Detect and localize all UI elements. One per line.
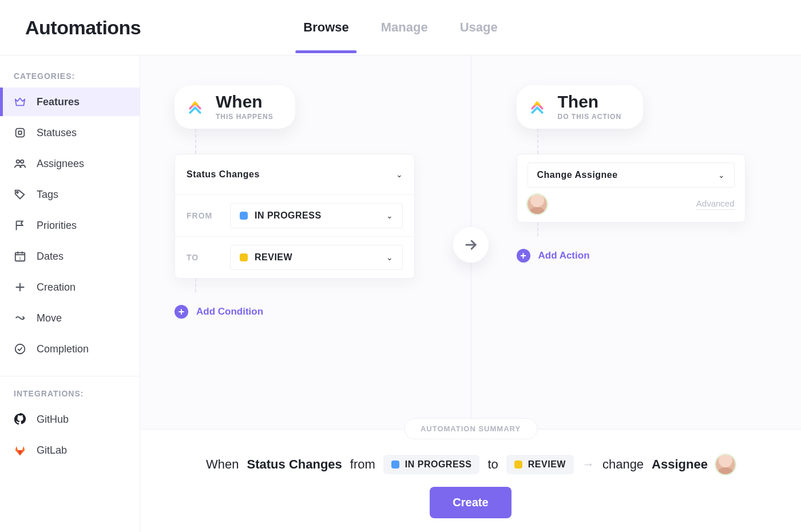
sidebar-integrations-label: INTEGRATIONS: [0, 389, 140, 403]
summary-when-word: When [206, 457, 239, 472]
sidebar-item-label: Move [37, 312, 62, 324]
svg-point-7 [15, 344, 25, 354]
when-subheading: THIS HAPPENS [216, 113, 273, 121]
then-heading: Then [558, 93, 622, 110]
connector-line [195, 279, 196, 292]
sidebar-item-label: Dates [37, 251, 64, 263]
sidebar-item-creation[interactable]: Creation [0, 273, 140, 301]
sidebar-item-dates[interactable]: 1 Dates [0, 242, 140, 271]
when-heading: When [216, 93, 273, 110]
tag-icon [14, 188, 26, 201]
status-color-dot [240, 212, 248, 220]
add-condition-label: Add Condition [196, 306, 263, 317]
add-action-label: Add Action [538, 250, 590, 261]
page-title: Automations [25, 17, 141, 39]
sidebar-item-label: Creation [37, 281, 76, 293]
gitlab-icon [14, 444, 26, 456]
sidebar-item-label: GitHub [37, 414, 69, 426]
tab-manage[interactable]: Manage [381, 2, 428, 53]
sidebar-item-move[interactable]: Move [0, 304, 140, 332]
to-status-label: REVIEW [255, 252, 292, 263]
people-icon [14, 157, 26, 170]
sidebar-item-statuses[interactable]: Statuses [0, 118, 140, 147]
sidebar-divider [0, 376, 140, 376]
summary-sentence: When Status Changes from IN PROGRESS to … [206, 455, 735, 474]
sidebar-item-github[interactable]: GitHub [0, 405, 140, 434]
github-icon [14, 413, 26, 426]
trigger-panel: Status Changes ⌄ FROM IN PROGRESS [175, 154, 415, 279]
add-action-button[interactable]: + Add Action [517, 249, 590, 263]
sidebar-item-gitlab[interactable]: GitLab [0, 436, 140, 464]
sidebar-item-label: Priorities [37, 220, 77, 232]
sidebar-item-label: Statuses [37, 127, 77, 139]
status-color-dot [240, 253, 248, 261]
plus-circle-icon: + [517, 249, 530, 263]
sidebar-item-tags[interactable]: Tags [0, 180, 140, 209]
arrow-icon: → [582, 457, 594, 472]
status-color-dot [391, 460, 399, 469]
automation-summary: AUTOMATION SUMMARY When Status Changes f… [140, 429, 801, 532]
sidebar-categories-label: CATEGORIES: [0, 72, 140, 85]
status-icon [14, 126, 26, 139]
summary-from-status: IN PROGRESS [383, 455, 480, 474]
sidebar: CATEGORIES: Features Statuses Assignees [0, 55, 140, 532]
then-subheading: DO THIS ACTION [558, 113, 622, 121]
when-column: When THIS HAPPENS Status Changes ⌄ [175, 85, 471, 429]
svg-rect-0 [16, 129, 25, 137]
action-select-label: Change Assignee [537, 170, 618, 180]
sidebar-item-features[interactable]: Features [0, 88, 140, 116]
sidebar-item-completion[interactable]: Completion [0, 335, 140, 363]
when-chip: When THIS HAPPENS [175, 85, 295, 129]
sidebar-item-assignees[interactable]: Assignees [0, 149, 140, 178]
status-color-dot [514, 460, 522, 469]
svg-point-4 [17, 192, 18, 193]
summary-assignee-avatar [716, 455, 735, 474]
to-label: TO [187, 253, 220, 262]
plus-circle-icon: + [175, 305, 188, 319]
sidebar-item-label: GitLab [37, 444, 67, 456]
action-select[interactable]: Change Assignee ⌄ [528, 162, 735, 188]
svg-rect-1 [18, 131, 22, 134]
summary-to-word: to [487, 457, 498, 472]
assignee-avatar[interactable] [528, 194, 547, 214]
connector-line [537, 223, 538, 236]
clickup-logo-icon [183, 94, 208, 120]
calendar-icon: 1 [14, 250, 26, 263]
connector-line [537, 129, 538, 154]
chevron-down-icon: ⌄ [386, 211, 393, 220]
tab-usage[interactable]: Usage [460, 2, 498, 53]
sidebar-item-label: Completion [37, 343, 89, 355]
svg-point-3 [21, 160, 23, 164]
from-status-select[interactable]: IN PROGRESS ⌄ [230, 203, 403, 228]
from-label: FROM [187, 211, 220, 220]
sidebar-item-label: Tags [37, 189, 58, 201]
from-status-label: IN PROGRESS [255, 211, 322, 221]
summary-pill: AUTOMATION SUMMARY [404, 418, 537, 439]
sidebar-item-priorities[interactable]: Priorities [0, 211, 140, 240]
flag-icon [14, 219, 26, 232]
summary-from-word: from [350, 457, 375, 472]
automation-builder: When THIS HAPPENS Status Changes ⌄ [140, 55, 801, 429]
to-status-select[interactable]: REVIEW ⌄ [230, 245, 403, 270]
svg-text:1: 1 [19, 256, 21, 261]
chevron-down-icon: ⌄ [386, 253, 393, 262]
automation-canvas: When THIS HAPPENS Status Changes ⌄ [140, 55, 801, 532]
summary-assignee-word: Assignee [652, 457, 708, 472]
create-button[interactable]: Create [430, 487, 511, 518]
plus-icon [14, 281, 26, 293]
add-condition-button[interactable]: + Add Condition [175, 305, 263, 319]
svg-point-2 [17, 160, 19, 164]
chevron-down-icon: ⌄ [396, 170, 403, 179]
chevron-down-icon: ⌄ [718, 170, 725, 180]
summary-to-status: REVIEW [506, 455, 574, 474]
check-circle-icon [14, 343, 26, 355]
summary-trigger: Status Changes [247, 457, 342, 472]
clickup-logo-icon [525, 94, 550, 120]
then-column: Then DO THIS ACTION Change Assignee ⌄ Ad… [471, 85, 767, 429]
move-icon [14, 312, 26, 324]
advanced-link[interactable]: Advanced [696, 198, 735, 210]
tab-browse[interactable]: Browse [303, 2, 348, 53]
sidebar-item-label: Assignees [37, 158, 84, 170]
trigger-select[interactable]: Status Changes ⌄ [187, 162, 403, 186]
action-panel: Change Assignee ⌄ Advanced [517, 154, 746, 223]
